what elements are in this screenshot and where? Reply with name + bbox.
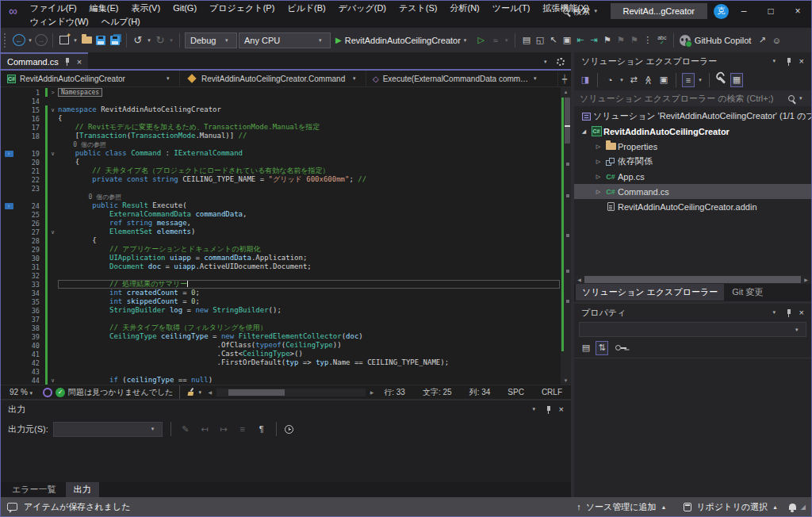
- line-number[interactable]: 26: [17, 220, 45, 228]
- code-text[interactable]: [Transaction(TransactionMode.Manual)] //: [58, 132, 560, 140]
- code-line-32[interactable]: 32: [1, 271, 560, 280]
- code-text[interactable]: Document doc = uiapp.ActiveUIDocument.Do…: [58, 262, 560, 271]
- close-pane-icon[interactable]: ×: [799, 56, 804, 66]
- code-text[interactable]: .Cast<CeilingType>(): [58, 350, 560, 358]
- menu-item[interactable]: 表示(V): [124, 1, 167, 14]
- user-avatar[interactable]: 克: [714, 4, 729, 19]
- line-number[interactable]: 25: [17, 211, 45, 219]
- code-line-19[interactable]: ↑19∨ public class Command : IExternalCom…: [1, 149, 560, 158]
- line-number[interactable]: 36: [17, 307, 45, 315]
- hot-reload-button[interactable]: ≈: [489, 33, 502, 48]
- solution-platform-combo[interactable]: Any CPU ▾: [239, 33, 331, 48]
- line-number[interactable]: 24: [17, 202, 45, 210]
- tree-item-app.cs[interactable]: ▷C#App.cs: [574, 169, 811, 184]
- hscroll-right-icon[interactable]: ▶: [802, 275, 810, 284]
- minimize-button[interactable]: –: [730, 1, 757, 21]
- code-line-27[interactable]: 27∨ ElementSet elements): [1, 228, 560, 236]
- close-pane-icon[interactable]: ×: [559, 404, 564, 414]
- close-pane-icon[interactable]: ×: [799, 308, 804, 317]
- line-number[interactable]: 40: [17, 342, 45, 350]
- toggle-word-wrap-icon[interactable]: ¶: [255, 422, 268, 436]
- window-title[interactable]: RevitAd...gCreator: [611, 3, 707, 19]
- indent-increase-icon[interactable]: ⇥: [588, 33, 600, 48]
- tree-item--[interactable]: ▷依存関係: [574, 154, 811, 169]
- feedback-button[interactable]: ☺: [770, 33, 783, 48]
- github-copilot-button[interactable]: [679, 33, 691, 48]
- maximize-button[interactable]: □: [757, 1, 784, 21]
- line-number[interactable]: 39: [17, 333, 45, 341]
- status-col[interactable]: 列: 34: [462, 387, 498, 398]
- code-text[interactable]: public Result Execute(: [58, 201, 560, 210]
- breadcrumb-type-dropdown[interactable]: RevitAddinAutoCeilingCreator.Command ▾: [179, 71, 366, 86]
- hscroll-thumb[interactable]: [228, 389, 285, 396]
- code-text[interactable]: StringBuilder log = new StringBuilder();: [58, 306, 560, 315]
- sync-with-active-document-icon[interactable]: ⇄: [627, 73, 640, 87]
- references-margin-icon[interactable]: ↑: [5, 203, 13, 209]
- tree-expander-icon[interactable]: ▷: [593, 189, 603, 195]
- code-text[interactable]: 0 個の参照: [58, 140, 560, 149]
- line-number[interactable]: 35: [17, 298, 45, 306]
- code-text[interactable]: ref string message,: [58, 219, 560, 228]
- menu-item[interactable]: 編集(E): [83, 1, 125, 14]
- code-line-26[interactable]: 26 ref string message,: [1, 219, 560, 228]
- line-number[interactable]: 23: [17, 185, 45, 193]
- editor-horizontal-scrollbar[interactable]: [216, 389, 366, 396]
- switch-views-icon[interactable]: ◨: [579, 73, 592, 87]
- tree-expander-icon[interactable]: ▷: [593, 144, 603, 150]
- code-text[interactable]: // 処理結果のサマリー: [58, 280, 560, 289]
- codelens-references[interactable]: 0 個の参照: [58, 141, 106, 148]
- undo-dropdown-icon[interactable]: ▾: [146, 33, 152, 48]
- window-position-dropdown-icon[interactable]: ▾: [773, 309, 779, 316]
- breadcrumb-project-dropdown[interactable]: C# RevitAddinAutoCeilingCreator ▾: [1, 71, 179, 86]
- code-cleanup-dropdown-icon[interactable]: ▾: [198, 389, 205, 396]
- close-button[interactable]: ×: [784, 1, 811, 21]
- line-number[interactable]: 17: [17, 124, 45, 132]
- solution-explorer-search[interactable]: ソリューション エクスプローラー の検索 (Ctrl+;) ▾: [574, 90, 811, 106]
- pin-icon[interactable]: [786, 57, 793, 66]
- file-nesting-icon[interactable]: ≡: [682, 73, 695, 87]
- code-text[interactable]: if (ceilingType == null): [58, 376, 560, 385]
- tree-item--revitaddinautoceilingcreator-1-1-[interactable]: ソリューション 'RevitAddinAutoCeilingCreator' (…: [574, 109, 811, 124]
- line-number[interactable]: 16: [17, 115, 45, 123]
- code-text[interactable]: {: [58, 236, 560, 245]
- select-repository-button[interactable]: リポジトリの選択 ▲: [677, 501, 783, 513]
- scroll-up-icon[interactable]: ▲: [561, 87, 571, 96]
- notification-bubble-icon[interactable]: [7, 503, 17, 511]
- code-text[interactable]: ElementSet elements): [58, 228, 560, 236]
- properties-object-combo[interactable]: ▾: [579, 322, 806, 337]
- pin-icon[interactable]: [546, 405, 553, 414]
- split-editor-icon[interactable]: ┿: [557, 71, 571, 86]
- line-number[interactable]: 44: [17, 377, 45, 385]
- clear-all-icon[interactable]: ≡: [236, 422, 249, 436]
- code-line-21[interactable]: 21 // 天井タイプ名（プロジェクトにロードされている有効な名前を指定）: [1, 167, 560, 175]
- line-number[interactable]: 19: [17, 150, 45, 158]
- code-line-36[interactable]: 36 StringBuilder log = new StringBuilder…: [1, 306, 560, 315]
- indent-decrease-icon[interactable]: ⇤: [574, 33, 587, 48]
- bottom-tab-エラー一覧[interactable]: エラー一覧: [4, 482, 64, 497]
- line-number[interactable]: 41: [17, 350, 45, 358]
- resize-grip[interactable]: ◢: [801, 504, 805, 511]
- line-number[interactable]: 14: [17, 98, 45, 105]
- save-button[interactable]: [94, 33, 107, 48]
- code-line-43[interactable]: 43: [1, 367, 560, 376]
- code-line-22[interactable]: 22 private const string CEILING_TYPE_NAM…: [1, 175, 560, 184]
- bookmarks-more-icon[interactable]: ⋮: [642, 33, 654, 48]
- code-text[interactable]: // Revitモデルに変更を加えるため、TransactionMode.Man…: [58, 123, 560, 132]
- line-number[interactable]: 31: [17, 263, 45, 271]
- code-line-18[interactable]: 18 [Transaction(TransactionMode.Manual)]…: [1, 132, 560, 140]
- tree-item-revitaddinautoceilingcreator[interactable]: ◢C#RevitAddinAutoCeilingCreator: [574, 124, 811, 139]
- open-folder-button[interactable]: [80, 33, 93, 48]
- window-position-dropdown-icon[interactable]: ▾: [533, 406, 539, 412]
- navigate-back-button[interactable]: ←: [13, 34, 25, 46]
- search-box[interactable]: 検索 ▾: [560, 6, 604, 17]
- code-text[interactable]: CeilingType ceilingType = new FilteredEl…: [58, 332, 560, 341]
- github-copilot-label[interactable]: GitHub Copilot: [695, 36, 752, 45]
- tree-expander-icon[interactable]: ▷: [593, 159, 603, 165]
- document-list-dropdown-icon[interactable]: ▾: [544, 59, 550, 65]
- code-line-1[interactable]: 1>Namespaces: [1, 88, 560, 97]
- output-source-combo[interactable]: ▾: [53, 422, 163, 437]
- document-outline-icon[interactable]: ▣: [561, 33, 573, 48]
- menu-item[interactable]: テスト(S): [393, 1, 443, 14]
- fold-marker[interactable]: >: [48, 90, 58, 95]
- code-line-31[interactable]: 31 Document doc = uiapp.ActiveUIDocument…: [1, 262, 560, 271]
